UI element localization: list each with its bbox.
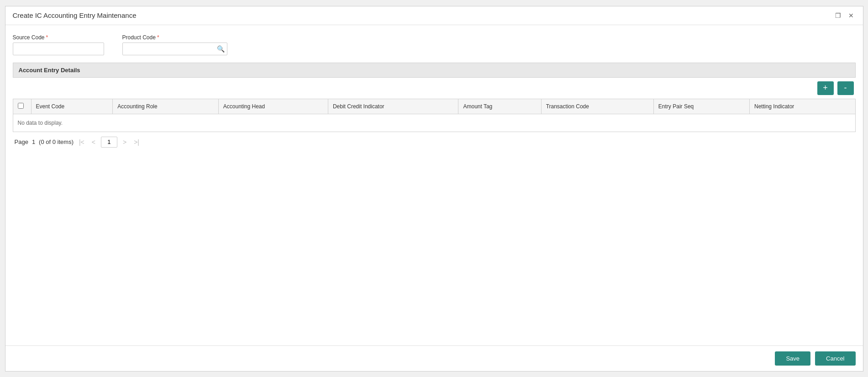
close-button[interactable]: ✕ — [847, 11, 856, 20]
table-toolbar: + - — [13, 78, 856, 99]
search-icon: 🔍 — [217, 45, 225, 53]
remove-row-button[interactable]: - — [837, 81, 854, 95]
modal-header: Create IC Accounting Entry Maintenance ❐… — [5, 6, 863, 25]
th-accounting-role: Accounting Role — [113, 99, 219, 114]
prev-page-button[interactable]: < — [90, 138, 97, 147]
table-header-row: Event Code Accounting Role Accounting He… — [13, 99, 855, 114]
page-input[interactable] — [101, 137, 117, 148]
modal-container: Create IC Accounting Entry Maintenance ❐… — [5, 6, 863, 372]
th-netting-indicator: Netting Indicator — [749, 99, 855, 114]
th-debit-credit-indicator: Debit Credit Indicator — [328, 99, 458, 114]
product-code-search-button[interactable]: 🔍 — [216, 45, 226, 53]
save-button[interactable]: Save — [775, 351, 810, 366]
last-page-button[interactable]: >| — [132, 138, 141, 147]
no-data-cell: No data to display. — [13, 114, 855, 132]
th-entry-pair-seq: Entry Pair Seq — [653, 99, 749, 114]
product-code-input-wrapper: 🔍 — [122, 42, 227, 55]
no-data-row: No data to display. — [13, 114, 855, 132]
source-code-required: * — [46, 34, 48, 41]
add-row-button[interactable]: + — [817, 81, 834, 95]
modal-title: Create IC Accounting Entry Maintenance — [13, 11, 137, 19]
fields-row: Source Code * Product Code * 🔍 — [13, 34, 856, 55]
select-all-checkbox[interactable] — [18, 103, 24, 109]
th-event-code: Event Code — [31, 99, 113, 114]
source-code-label: Source Code * — [13, 34, 104, 41]
th-amount-tag: Amount Tag — [458, 99, 541, 114]
product-code-group: Product Code * 🔍 — [122, 34, 227, 55]
th-transaction-code: Transaction Code — [541, 99, 653, 114]
page-label: Page — [15, 138, 28, 145]
pagination-row: Page 1 (0 of 0 items) |< < > >| — [13, 132, 856, 152]
header-controls: ❐ ✕ — [833, 11, 856, 20]
account-entry-details-section: Account Entry Details + - Event Code Acc… — [13, 63, 856, 152]
source-code-input[interactable] — [13, 42, 104, 55]
first-page-button[interactable]: |< — [77, 138, 86, 147]
th-checkbox — [13, 99, 31, 114]
th-accounting-head: Accounting Head — [218, 99, 328, 114]
modal-footer: Save Cancel — [5, 345, 863, 371]
product-code-label: Product Code * — [122, 34, 227, 41]
modal-body: Source Code * Product Code * 🔍 — [5, 25, 863, 345]
page-number: 1 — [32, 138, 35, 145]
product-code-input[interactable] — [122, 42, 227, 55]
account-entry-table: Event Code Accounting Role Accounting He… — [13, 99, 856, 132]
section-header: Account Entry Details — [13, 63, 856, 78]
product-code-required: * — [157, 34, 159, 41]
next-page-button[interactable]: > — [121, 138, 128, 147]
source-code-group: Source Code * — [13, 34, 104, 55]
resize-button[interactable]: ❐ — [833, 11, 843, 20]
cancel-button[interactable]: Cancel — [815, 351, 855, 366]
items-info: (0 of 0 items) — [39, 138, 74, 145]
